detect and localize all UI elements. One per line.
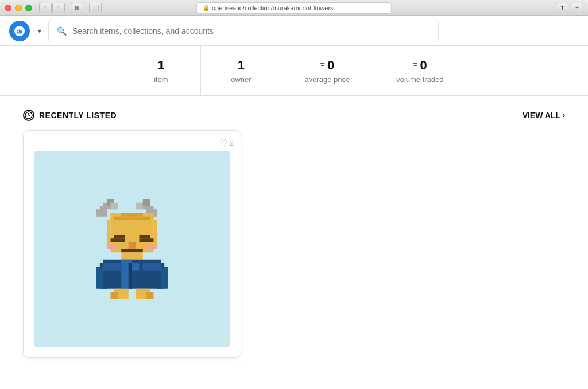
stat-item-owners: 1 owner [201,46,281,95]
search-bar[interactable]: 🔍 [48,20,439,42]
svg-rect-15 [154,220,157,249]
svg-line-2 [29,115,30,116]
svg-rect-21 [111,238,125,242]
svg-rect-23 [129,242,136,250]
search-icon: 🔍 [57,26,67,36]
svg-rect-14 [107,220,110,249]
svg-rect-20 [140,235,150,238]
svg-rect-5 [96,209,104,217]
view-all-link[interactable]: VIEW ALL › [523,111,565,120]
nft-card[interactable]: ♡ 2 [23,130,241,358]
window-frame: ‹ › ⊞ ⬜ 🔒 opensea.io/collection/murakami… [0,0,588,46]
stat-value-avg-price: Ξ0 [304,58,350,73]
minimize-button[interactable] [15,5,22,11]
svg-rect-36 [103,263,121,271]
stat-item-volume: Ξ0 volume traded [373,46,467,95]
svg-rect-26 [121,249,143,252]
svg-rect-24 [107,246,118,249]
title-bar: ‹ › ⊞ ⬜ 🔒 opensea.io/collection/murakami… [0,0,588,16]
nft-image [34,151,230,347]
svg-rect-27 [121,252,143,260]
svg-rect-7 [111,203,118,210]
search-input[interactable] [72,26,430,36]
nft-image-container [24,151,241,357]
stat-value-items: 1 [144,58,177,73]
stat-label-items: item [144,75,177,84]
like-count: 2 [230,139,234,147]
section-header: RECENTLY LISTED VIEW ALL › [0,96,588,130]
new-tab-button[interactable]: + [571,3,583,13]
back-button[interactable]: ‹ [39,3,52,13]
stat-item-items: 1 item [121,46,201,95]
tab-layout-button[interactable]: ⬜ [89,3,102,13]
maximize-button[interactable] [25,5,32,11]
recently-listed-title: RECENTLY LISTED [23,110,117,121]
clock-icon [23,110,34,121]
url-bar[interactable]: 🔒 opensea.io/collection/murakami-dot-flo… [196,2,392,14]
svg-rect-19 [114,235,125,238]
window-right-controls: ⬆ + [556,3,583,13]
svg-rect-42 [129,263,132,289]
lock-icon: 🔒 [203,5,210,11]
svg-rect-12 [136,203,143,210]
stat-item-avg-price: Ξ0 average price [281,46,373,95]
svg-rect-18 [121,213,143,217]
stat-label-avg-price: average price [304,75,350,84]
url-text: opensea.io/collection/murakami-dot-flowe… [212,5,334,11]
pixel-art-image [75,192,189,306]
tab-grid-button[interactable]: ⊞ [71,3,83,13]
main-toolbar: ▾ 🔍 [0,16,588,46]
forward-button[interactable]: › [52,3,65,13]
view-all-label: VIEW ALL [523,111,560,120]
chevron-right-icon: › [563,111,565,119]
opensea-logo[interactable] [9,21,30,41]
recently-listed-label: RECENTLY LISTED [39,111,117,120]
svg-rect-40 [111,292,118,299]
stat-value-volume: Ξ0 [396,58,443,73]
stat-value-owners: 1 [224,58,258,73]
close-button[interactable] [5,5,11,11]
eth-symbol-avg: Ξ [320,61,324,70]
like-button[interactable]: ♡ 2 [219,138,234,149]
opensea-logo-icon [14,26,25,36]
url-bar-container: 🔒 opensea.io/collection/murakami-dot-flo… [196,2,392,14]
eth-symbol-volume: Ξ [413,61,417,70]
svg-rect-32 [96,267,104,289]
svg-rect-41 [146,292,154,299]
svg-rect-11 [143,199,150,207]
svg-rect-17 [114,217,150,220]
svg-rect-33 [161,267,168,289]
stat-label-volume: volume traded [396,75,443,84]
cards-grid: ♡ 2 [0,130,588,381]
svg-rect-37 [143,263,161,271]
main-content: 1 item 1 owner Ξ0 average price Ξ0 volum… [0,46,588,389]
svg-rect-22 [140,238,154,242]
browser-nav: ‹ › [39,3,65,13]
stat-label-owners: owner [224,75,258,84]
share-button[interactable]: ⬆ [556,3,568,13]
dropdown-arrow[interactable]: ▾ [38,27,41,35]
svg-rect-25 [146,246,157,249]
card-top: ♡ 2 [24,131,241,151]
heart-icon: ♡ [219,138,227,149]
stats-bar: 1 item 1 owner Ξ0 average price Ξ0 volum… [0,46,588,96]
